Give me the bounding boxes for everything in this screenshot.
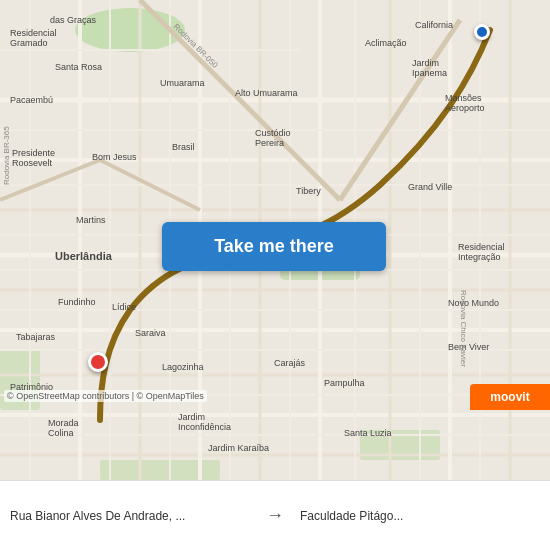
origin-address: Rua Bianor Alves De Andrade, ... (10, 509, 250, 523)
copyright-text: © OpenStreetMap contributors | © OpenMap… (4, 390, 207, 402)
destination-address: Faculdade Pitágo... (300, 509, 540, 523)
take-me-there-button[interactable]: Take me there (162, 222, 386, 271)
map-container: das Graças ResidencialGramado Santa Rosa… (0, 0, 550, 480)
bottom-bar: Rua Bianor Alves De Andrade, ... → Facul… (0, 480, 550, 550)
moovit-logo: moovit (470, 384, 550, 410)
destination-section: Faculdade Pitágo... (290, 501, 550, 531)
destination-marker (474, 24, 490, 40)
origin-section: Rua Bianor Alves De Andrade, ... (0, 501, 260, 531)
origin-marker (88, 352, 108, 372)
arrow-right-icon: → (260, 505, 290, 526)
